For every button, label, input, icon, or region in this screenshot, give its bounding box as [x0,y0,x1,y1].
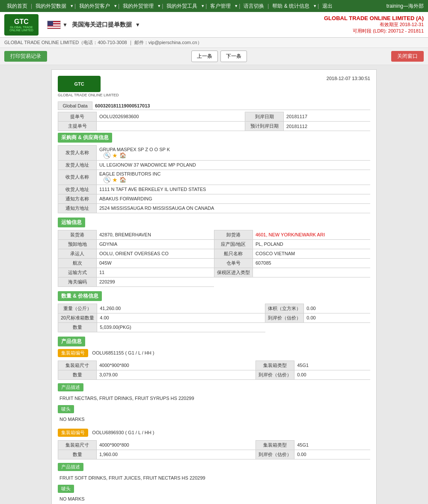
us-flag [47,21,61,29]
user-info: training—海外部 [386,3,424,10]
title-dropdown-arrow[interactable]: ▼ [135,22,140,28]
logo-sub: GLOBAL TRADE [10,26,33,29]
carrier-label: 承运人 [58,249,97,258]
product-qty-value-1: 1,960.00 [97,450,256,459]
document-box: GTC GLOBAL TRADE ONLINE LIMITED 2018-12-… [51,69,377,504]
product-price-label-0: 到岸价（估价） [256,370,294,379]
arrival-price-label: 到岸价（估价） [265,313,304,322]
loading-port-label: 装货港 [58,230,97,239]
product-price-value-1: 0.00 [294,450,370,459]
supplier-table: 发货人名称 GRUPA MASPEX SP Z O O SP K 🔍 ★ 🏠 发… [58,145,370,213]
eta-value: 20181112 [284,122,370,131]
doc-logo: GTC GLOBAL TRADE ONLINE LIMITED [58,76,119,97]
nav-language[interactable]: 语言切换 [241,3,267,10]
doc-logo-img: GTC [58,76,101,92]
shipper-home-icon[interactable]: 🏠 [119,152,126,158]
supplier-section: 采购商 & 供应商信息 发货人名称 GRUPA MASPEX SP Z O O … [58,133,370,213]
weight-value: 41,260.00 [97,304,265,313]
transport-section: 运输信息 装货港 42870, BREMERHAVEN 卸货港 4601, NE… [58,218,370,287]
discharge-port-label: 卸货港 [214,230,253,239]
marks-value-1: NO MARKS [58,496,370,501]
shipper-name-label: 发货人名称 [58,146,97,161]
doc-logo-sub: GLOBAL TRADE ONLINE LIMITED [58,93,119,97]
print-btn-left[interactable]: 打印贸易记录 [4,51,47,62]
nav-account-arrow: ▼ [234,4,238,8]
container-20ft-value: 4.00 [97,313,265,322]
flag-area: ▼ [47,21,68,29]
close-button-top[interactable]: 关闭窗口 [391,51,424,62]
product-qty-label-0: 数量 [58,370,97,379]
nav-tools-arrow: ▼ [201,4,205,8]
global-data-label: Global Data [58,102,92,110]
prev-button-top[interactable]: 上一条 [191,51,218,62]
logo-gtc: GTC [14,18,29,26]
consignee-search-icon[interactable]: 🔍 [104,176,110,183]
nav-account[interactable]: 客户管理 [208,3,233,10]
company-name-right: GLOBAL TRADE ONLINE LIMITED (A) [324,15,424,21]
container-type-value-1: 45G1 [294,440,370,450]
marks-header-0: 唛头 [58,405,74,413]
nav-tools[interactable]: 我的外贸工具 [164,3,200,10]
nav-trade-data[interactable]: 我的外贸数据 [33,3,69,10]
shipper-search-icon[interactable]: 🔍 [104,152,110,159]
company-contact: GLOBAL TRADE ONLINE LIMITED（电话：400-710-3… [4,40,202,45]
products-section-header: 产品信息 [58,337,85,346]
container-no-value-0: OOLU6851155 ( G1 / L / HH ) [92,350,154,355]
doc-logo-text: GTC [74,81,84,86]
bol-value: 607085 [253,258,370,268]
doc-header: GTC GLOBAL TRADE ONLINE LIMITED 2018-12-… [58,76,370,97]
product-price-value-0: 0.00 [294,370,370,379]
marks-value-0: NO MARKS [58,417,370,422]
nav-home[interactable]: 我的首页 [4,3,30,10]
ftz-label: 保税区进入类型 [214,268,253,277]
voyage-value: 045W [97,258,214,268]
notify-name-value: ABAKUS FORWARDING [97,194,371,203]
quantity-section: 数量 & 价格信息 重量（公斤） 41,260.00 体积（立方米） 0.00 … [58,291,370,332]
discharge-port-value: 4601, NEW YORK/NEWARK ARI [253,230,370,239]
transport-section-header: 运输信息 [58,218,85,227]
transport-mode-label: 运输方式 [58,268,97,277]
consignee-name-label: 收货人名称 [58,170,97,185]
shipper-star-icon[interactable]: ★ [112,152,118,159]
bill-no-value: OOLU2026983600 [97,112,245,122]
volume-label: 体积（立方米） [265,304,304,313]
nav-buttons-top: 上一条 下一条 [191,51,247,62]
quantity-section-header: 数量 & 价格信息 [58,291,102,301]
container-no-label-1: 集装箱编号 [58,429,88,437]
ftz-value [253,268,370,277]
consignee-star-icon[interactable]: ★ [112,176,118,183]
nav-management[interactable]: 我的外贸管理 [120,3,156,10]
consignee-name-value: EAGLE DISTRIBUTORS INC 🔍 ★ 🏠 [97,170,371,185]
origin-country-label: 应产国/地区 [214,239,253,249]
product-price-label-1: 到岸价（估价） [256,450,294,459]
product-desc-header-1: 产品描述 [58,463,83,471]
shipper-addr-label: 发货人地址 [58,160,97,170]
nav-customers[interactable]: 我的外贸客户 [77,3,113,10]
container-no-value-1: OOLU6896930 ( G1 / L / HH ) [92,430,154,435]
nav-trade-data-arrow: ▼ [70,4,74,8]
container-type-label-1: 集装箱类型 [256,440,294,450]
bill-date-table: 提单号 OOLU2026983600 到岸日期 20181117 主提单号 预计… [58,112,370,131]
supplier-section-header: 采购商 & 供应商信息 [58,133,112,143]
print-button-top[interactable]: 打印贸易记录 [4,51,47,62]
master-bill-value [97,122,245,131]
product-desc-value-0: FRUIT NECTARS, FRUIT DRINKS, FRUIT SYRUP… [58,395,370,402]
close-btn-right[interactable]: 关闭窗口 [391,51,424,62]
global-data-table: Global Data 600320181119000517013 [58,101,370,110]
container-no-label-0: 集装箱编号 [58,349,88,357]
arrival-date-label: 到岸日期 [245,112,284,122]
product-desc-value-1: FRUIT SOFT DRINKS, FRUIT JUICES, FRUIT N… [58,474,370,481]
marks-header-1: 唛头 [58,485,74,493]
nav-help[interactable]: 帮助 & 统计信息 [270,3,312,10]
doc-datetime: 2018-12-07 13:30:51 [327,76,370,81]
next-button-top[interactable]: 下一条 [220,51,247,62]
nav-logout[interactable]: 退出 [320,3,335,10]
shipper-icons: 🔍 ★ 🏠 [104,152,368,159]
arrival-price-value: 0.00 [304,313,370,322]
master-bill-label: 主提单号 [58,122,97,131]
shipper-addr-value: UL LEGIONOW 37 WADOWICE MP POLAND [97,160,371,170]
notify-addr-label: 通知方地址 [58,203,97,213]
container-type-label-0: 集装箱类型 [256,361,294,370]
flag-dropdown[interactable]: ▼ [62,22,68,28]
consignee-home-icon[interactable]: 🏠 [119,176,126,183]
